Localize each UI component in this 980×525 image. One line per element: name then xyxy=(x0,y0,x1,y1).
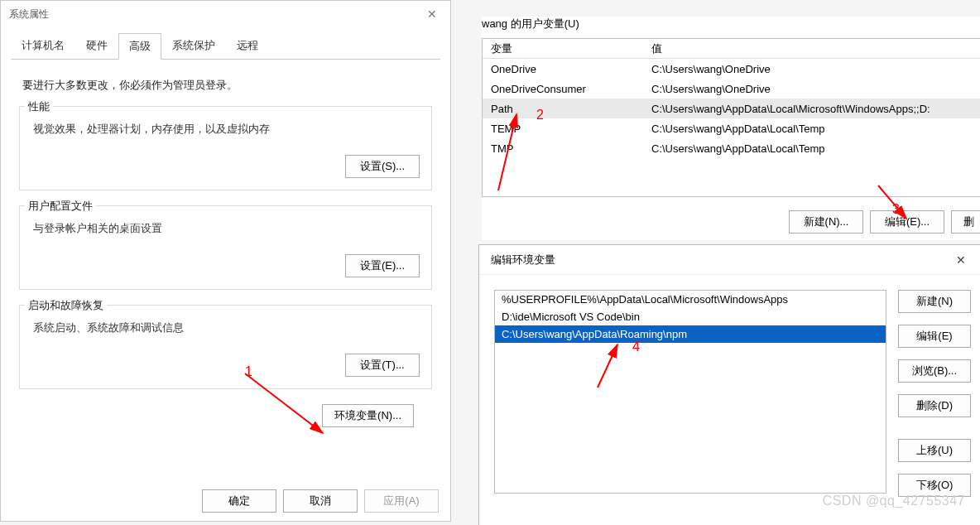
user-variables-caption: wang 的用户变量(U) xyxy=(482,17,980,31)
table-row[interactable]: Path C:\Users\wang\AppData\Local\Microso… xyxy=(483,99,980,118)
tab-advanced[interactable]: 高级 xyxy=(118,33,161,60)
apply-button[interactable]: 应用(A) xyxy=(364,489,439,513)
move-up-button[interactable]: 上移(U) xyxy=(898,439,971,462)
system-properties-tabs: 计算机名 硬件 高级 系统保护 远程 xyxy=(11,32,440,60)
startup-recovery-title: 启动和故障恢复 xyxy=(25,298,107,313)
list-item[interactable]: %USERPROFILE%\AppData\Local\Microsoft\Wi… xyxy=(495,291,886,308)
startup-recovery-group: 启动和故障恢复 系统启动、系统故障和调试信息 设置(T)... xyxy=(19,305,432,389)
admin-required-text: 要进行大多数更改，你必须作为管理员登录。 xyxy=(22,78,429,93)
watermark-text: CSDN @qq_42755347 xyxy=(823,494,965,508)
system-properties-dialog: 系统属性 ✕ 计算机名 硬件 高级 系统保护 远程 要进行大多数更改，你必须作为… xyxy=(0,0,451,522)
list-item[interactable]: D:\ide\Microsoft VS Code\bin xyxy=(495,308,886,325)
ok-button[interactable]: 确定 xyxy=(202,489,276,513)
close-icon[interactable]: ✕ xyxy=(944,248,978,272)
edit-variable-button[interactable]: 编辑(E)... xyxy=(870,210,944,234)
table-row[interactable]: OneDriveConsumer C:\Users\wang\OneDrive xyxy=(483,79,980,99)
system-properties-body: 要进行大多数更改，你必须作为管理员登录。 性能 视觉效果，处理器计划，内存使用，… xyxy=(1,60,450,436)
performance-desc: 视觉效果，处理器计划，内存使用，以及虚拟内存 xyxy=(33,122,420,137)
new-variable-button[interactable]: 新建(N)... xyxy=(789,210,863,234)
browse-path-button[interactable]: 浏览(B)... xyxy=(898,359,971,383)
edit-env-title: 编辑环境变量 xyxy=(491,253,555,267)
user-profiles-settings-button[interactable]: 设置(E)... xyxy=(345,254,420,277)
edit-path-button[interactable]: 编辑(E) xyxy=(898,325,971,348)
user-variables-list[interactable]: 变量 值 OneDrive C:\Users\wang\OneDrive One… xyxy=(482,38,980,197)
performance-settings-button[interactable]: 设置(S)... xyxy=(345,155,420,178)
new-path-button[interactable]: 新建(N) xyxy=(898,290,971,313)
table-row[interactable]: TMP C:\Users\wang\AppData\Local\Temp xyxy=(483,138,980,158)
performance-title: 性能 xyxy=(25,99,53,114)
system-properties-titlebar: 系统属性 ✕ xyxy=(1,1,450,27)
environment-variables-button[interactable]: 环境变量(N)... xyxy=(322,404,414,427)
path-entries-list[interactable]: %USERPROFILE%\AppData\Local\Microsoft\Wi… xyxy=(494,290,886,494)
user-profiles-group: 用户配置文件 与登录帐户相关的桌面设置 设置(E)... xyxy=(19,205,432,290)
user-variables-buttons: 新建(N)... 编辑(E)... 删 xyxy=(482,210,980,234)
tab-computer-name[interactable]: 计算机名 xyxy=(11,32,75,59)
edit-environment-variable-dialog: 编辑环境变量 ✕ %USERPROFILE%\AppData\Local\Mic… xyxy=(478,244,980,525)
startup-recovery-settings-button[interactable]: 设置(T)... xyxy=(345,354,420,377)
edit-env-side-buttons: 新建(N) 编辑(E) 浏览(B)... 删除(D) 上移(U) 下移(O) xyxy=(898,290,971,497)
user-variables-header: 变量 值 xyxy=(483,39,980,59)
edit-env-titlebar: 编辑环境变量 ✕ xyxy=(479,245,980,275)
tab-hardware[interactable]: 硬件 xyxy=(75,32,118,59)
delete-path-button[interactable]: 删除(D) xyxy=(898,394,971,417)
system-properties-footer: 确定 取消 应用(A) xyxy=(202,489,439,513)
tab-remote[interactable]: 远程 xyxy=(226,32,269,59)
column-value: 值 xyxy=(648,41,980,56)
delete-variable-button[interactable]: 删 xyxy=(951,210,980,234)
tab-system-protection[interactable]: 系统保护 xyxy=(161,32,226,59)
startup-recovery-desc: 系统启动、系统故障和调试信息 xyxy=(33,320,420,335)
user-profiles-desc: 与登录帐户相关的桌面设置 xyxy=(33,221,420,236)
table-row[interactable]: TEMP C:\Users\wang\AppData\Local\Temp xyxy=(483,118,980,138)
column-variable: 变量 xyxy=(483,41,648,56)
table-row[interactable]: OneDrive C:\Users\wang\OneDrive xyxy=(483,59,980,79)
list-item[interactable]: C:\Users\wang\AppData\Roaming\npm xyxy=(495,325,886,343)
system-properties-title: 系统属性 xyxy=(9,7,49,22)
user-profiles-title: 用户配置文件 xyxy=(25,199,96,214)
cancel-button[interactable]: 取消 xyxy=(283,489,358,513)
performance-group: 性能 视觉效果，处理器计划，内存使用，以及虚拟内存 设置(S)... xyxy=(19,106,432,190)
close-icon[interactable]: ✕ xyxy=(416,2,449,26)
user-variables-panel: wang 的用户变量(U) 变量 值 OneDrive C:\Users\wan… xyxy=(482,17,980,240)
